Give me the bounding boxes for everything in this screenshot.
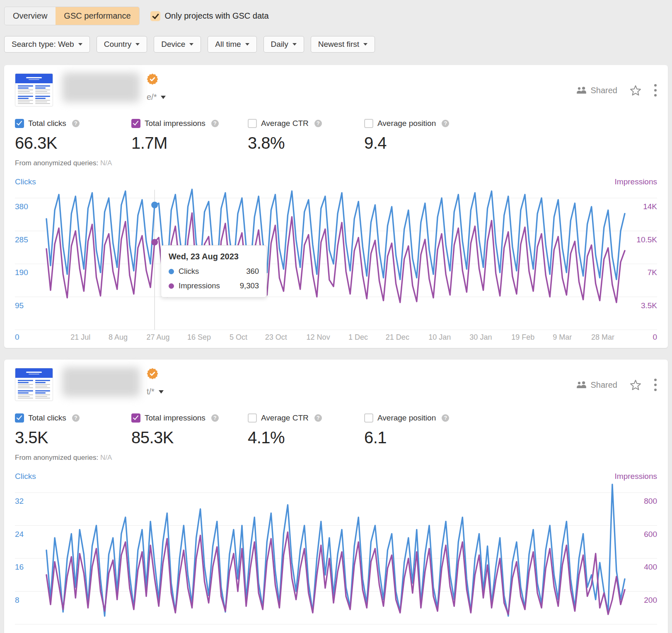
kebab-menu-icon <box>654 83 657 97</box>
svg-text:30 Jan: 30 Jan <box>469 333 492 341</box>
only-gsc-checkbox-label: Only projects with GSC data <box>165 11 269 21</box>
project-thumbnail[interactable] <box>15 73 53 106</box>
metric-total-impressions: Total impressions ? 1.7M <box>131 119 248 152</box>
favorite-star-button[interactable] <box>630 85 641 96</box>
help-icon[interactable]: ? <box>72 120 80 127</box>
project-url-dropdown[interactable]: e/* <box>147 92 166 102</box>
total-impressions-checkbox[interactable] <box>131 413 140 423</box>
help-icon[interactable]: ? <box>442 414 449 422</box>
chevron-down-icon <box>161 96 166 99</box>
svg-text:10.5K: 10.5K <box>636 235 657 244</box>
project-card: t/* Shared <box>4 360 668 633</box>
svg-text:10 Jan: 10 Jan <box>428 333 451 341</box>
clicks-axis-title: Clicks <box>15 472 36 483</box>
tooltip-date: Wed, 23 Aug 2023 <box>169 252 259 261</box>
svg-text:0: 0 <box>653 333 657 341</box>
svg-text:14K: 14K <box>643 202 657 211</box>
kebab-menu-icon <box>654 378 657 392</box>
metric-label: Average CTR <box>261 119 309 128</box>
total-clicks-checkbox[interactable] <box>15 413 24 423</box>
metric-value: 4.1% <box>248 428 364 447</box>
chevron-down-icon <box>159 390 164 394</box>
svg-text:190: 190 <box>15 268 28 277</box>
filter-granularity[interactable]: Daily <box>263 36 304 53</box>
svg-text:21 Jul: 21 Jul <box>70 333 90 341</box>
project-name-blurred <box>62 367 140 397</box>
more-options-button[interactable] <box>654 378 657 392</box>
impressions-dot-icon <box>169 283 174 289</box>
help-icon[interactable]: ? <box>442 120 449 127</box>
svg-text:27 Aug: 27 Aug <box>146 333 169 341</box>
page-header: Overview GSC performance Only projects w… <box>0 0 672 53</box>
help-icon[interactable]: ? <box>314 414 322 422</box>
svg-text:19 Feb: 19 Feb <box>511 333 534 341</box>
average-ctr-checkbox[interactable] <box>248 119 257 128</box>
chevron-down-icon <box>78 43 82 46</box>
filter-country[interactable]: Country <box>97 36 147 53</box>
average-position-checkbox[interactable] <box>364 119 373 128</box>
filters-row: Search type: Web Country Device All time… <box>4 36 668 53</box>
total-clicks-checkbox[interactable] <box>15 119 24 128</box>
svg-text:0: 0 <box>15 333 19 341</box>
svg-text:1 Dec: 1 Dec <box>348 333 368 341</box>
filter-search-type[interactable]: Search type: Web <box>4 36 90 53</box>
metric-label: Average position <box>377 413 436 423</box>
clicks-axis-title: Clicks <box>15 177 36 188</box>
svg-text:5 Oct: 5 Oct <box>230 333 247 341</box>
metric-average-position: Average position ? 6.1 <box>364 413 449 447</box>
project-card: e/* Shared <box>4 65 668 348</box>
svg-text:95: 95 <box>15 301 24 310</box>
tab-gsc-performance[interactable]: GSC performance <box>56 7 139 25</box>
metric-label: Total impressions <box>145 119 205 128</box>
anonymized-queries-row: From anonymized queries: N/A <box>15 454 657 462</box>
svg-text:380: 380 <box>15 202 28 211</box>
more-options-button[interactable] <box>654 83 657 97</box>
filter-sort-order[interactable]: Newest first <box>311 36 375 53</box>
total-impressions-checkbox[interactable] <box>131 119 140 128</box>
shared-label: Shared <box>591 86 618 95</box>
project-name-blurred <box>62 72 140 102</box>
metric-label: Total clicks <box>28 413 66 423</box>
help-icon[interactable]: ? <box>314 120 322 127</box>
metrics-row: Total clicks ? 66.3K Total impressions ?… <box>15 119 657 152</box>
metric-value: 85.3K <box>131 428 248 447</box>
help-icon[interactable]: ? <box>72 414 80 422</box>
shared-button[interactable]: Shared <box>576 380 618 390</box>
svg-text:7K: 7K <box>648 268 657 277</box>
svg-text:600: 600 <box>644 530 657 539</box>
svg-text:16: 16 <box>15 563 24 571</box>
clicks-dot-icon <box>169 269 174 274</box>
help-icon[interactable]: ? <box>211 414 219 422</box>
project-thumbnail[interactable] <box>15 368 53 401</box>
metric-label: Total impressions <box>145 413 205 423</box>
clicks-impressions-chart[interactable]: 3802851909514K10.5K7K3.5K0021 Jul8 Aug27… <box>15 188 657 344</box>
svg-text:12 Nov: 12 Nov <box>307 333 330 341</box>
tab-overview[interactable]: Overview <box>5 7 56 25</box>
only-gsc-checkbox[interactable] <box>150 11 160 21</box>
average-ctr-checkbox[interactable] <box>248 413 257 423</box>
metric-average-ctr: Average CTR ? 4.1% <box>248 413 364 447</box>
filter-device[interactable]: Device <box>154 36 201 53</box>
svg-text:8: 8 <box>15 596 19 604</box>
metric-value: 9.4 <box>364 134 449 152</box>
svg-text:24: 24 <box>15 530 24 539</box>
project-url-dropdown[interactable]: t/* <box>147 387 164 396</box>
shared-button[interactable]: Shared <box>576 86 618 95</box>
metric-average-ctr: Average CTR ? 3.8% <box>248 119 364 152</box>
clicks-impressions-chart[interactable]: 3224168800600400200 <box>15 483 657 633</box>
help-icon[interactable]: ? <box>211 120 219 127</box>
thumbnail-site-header <box>15 74 53 83</box>
thumbnail-site-header <box>15 368 53 378</box>
metrics-row: Total clicks ? 3.5K Total impressions ? … <box>15 413 657 447</box>
metric-value: 6.1 <box>364 428 449 447</box>
metric-value: 1.7M <box>131 134 248 152</box>
view-tabs: Overview GSC performance <box>4 7 140 25</box>
metric-total-impressions: Total impressions ? 85.3K <box>131 413 248 447</box>
chevron-down-icon <box>189 43 193 46</box>
shared-label: Shared <box>591 380 618 390</box>
metric-total-clicks: Total clicks ? 3.5K <box>15 413 131 447</box>
favorite-star-button[interactable] <box>630 379 641 391</box>
average-position-checkbox[interactable] <box>364 413 373 423</box>
svg-text:8 Aug: 8 Aug <box>109 333 128 341</box>
filter-date-range[interactable]: All time <box>208 36 256 53</box>
